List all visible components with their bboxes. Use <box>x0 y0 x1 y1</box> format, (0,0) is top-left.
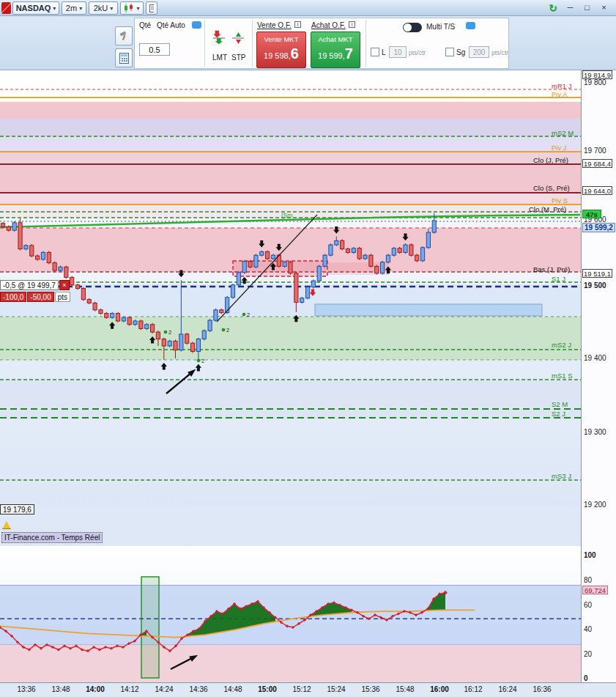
supply-zone-fill <box>327 262 389 275</box>
candle <box>162 339 166 346</box>
candle <box>7 226 10 230</box>
candle <box>190 343 194 351</box>
axis-label-plain: 19 300 <box>584 427 616 437</box>
calculator-icon <box>119 53 129 64</box>
price-axis[interactable]: 19 814,919 80019 70019 684,419 644,019 6… <box>581 70 616 682</box>
info-icon[interactable]: i <box>294 21 301 28</box>
axis-label-bold: 19 500 <box>584 281 616 290</box>
sg-checkbox[interactable] <box>445 48 454 56</box>
info-icon[interactable]: i <box>349 21 355 28</box>
axis-label-plain: 19 200 <box>584 500 616 509</box>
signal-dot <box>164 331 167 333</box>
maximize-button[interactable]: □ <box>579 2 595 14</box>
sell-price-last-digit: 6 <box>291 45 299 62</box>
buy-market-button[interactable]: Achat MKT 19 599,7 <box>311 32 360 68</box>
level-label: S1 J <box>552 275 565 283</box>
main-chart-svg[interactable]: (5m2222mR1 JPiv AmS2 MPiv JClo (J, Pré)C… <box>0 70 581 546</box>
level-label: Bas (J, Pré) <box>533 265 570 273</box>
close-button[interactable]: × <box>596 2 612 14</box>
candle <box>300 298 304 303</box>
candle <box>93 303 97 309</box>
price-band <box>0 360 581 380</box>
sg-label: Sg <box>456 48 465 56</box>
axis-label-plain: 19 400 <box>584 353 616 363</box>
candle <box>357 248 361 259</box>
candle <box>409 245 413 255</box>
left-price-badge: 19 179,6 <box>0 504 34 515</box>
chart-type-dropdown[interactable]: ▾ <box>120 1 144 15</box>
level-label: Piv A <box>552 90 568 98</box>
level-label: Clo (J, Pré) <box>533 156 568 164</box>
candle <box>111 314 114 318</box>
candle <box>271 255 275 259</box>
indicator-panel-svg[interactable] <box>0 546 581 682</box>
qty-auto-label[interactable]: Qté Auto <box>157 21 185 29</box>
candle <box>404 245 407 252</box>
refresh-icon[interactable]: ↻ <box>546 1 560 15</box>
candle <box>70 277 74 284</box>
tools-button[interactable] <box>115 26 133 45</box>
timeframe-dropdown[interactable]: 2m ▾ <box>62 1 86 15</box>
candle <box>18 223 22 249</box>
level-label: S2 J <box>552 410 565 418</box>
calculator-button[interactable] <box>115 48 133 67</box>
candle <box>133 321 137 325</box>
time-label: 16:00 <box>426 685 453 693</box>
candle <box>1 224 4 227</box>
candle <box>254 255 258 267</box>
qty-label: Qté <box>139 21 151 29</box>
candle <box>81 289 85 300</box>
stp-label[interactable]: STP <box>231 54 245 62</box>
candle <box>415 255 419 261</box>
price-band <box>0 119 581 136</box>
pnl-row: -100,0 -50,00 pts <box>0 292 70 302</box>
candle <box>87 300 91 303</box>
minimize-button[interactable]: ─ <box>563 2 578 14</box>
axis-label-pink: 69,724 <box>582 586 608 594</box>
candle <box>266 251 270 258</box>
sg-value-input[interactable] <box>469 46 489 58</box>
limit-order-icon[interactable] <box>211 30 227 46</box>
stop-order-icon[interactable] <box>230 30 246 46</box>
l-checkbox[interactable] <box>371 48 379 56</box>
neutral-band <box>0 586 581 645</box>
price-band <box>0 380 581 419</box>
page-icon <box>149 4 154 12</box>
candle <box>432 221 436 232</box>
trading-app-window: NASDAQ ▾ 2m ▾ 2kU ▾ ▾ ↻ ─ □ × <box>0 0 616 697</box>
signal-count: 2 <box>247 311 250 318</box>
level-label: Piv S <box>552 196 568 204</box>
close-position-button[interactable]: × <box>59 280 70 290</box>
sell-of-header[interactable]: Vente O.F. <box>257 21 292 29</box>
time-highlight-zone[interactable] <box>141 577 159 678</box>
candle <box>335 240 338 245</box>
time-label: 14:12 <box>116 685 143 693</box>
time-label: 15:48 <box>392 685 418 693</box>
candle <box>260 251 264 255</box>
list-tool-button[interactable] <box>146 1 157 15</box>
sell-market-button[interactable]: Vente MKT 19 598,6 <box>256 32 306 68</box>
buy-of-header[interactable]: Achat O.F. <box>311 21 346 29</box>
divider <box>204 20 205 67</box>
time-axis[interactable]: 13:3613:4814:0014:1214:2414:3614:4815:00… <box>0 682 616 697</box>
price-band <box>0 152 581 164</box>
candle <box>75 285 79 289</box>
axis-label-plain: 19 800 <box>584 78 616 87</box>
chat-bubble-icon <box>466 22 475 29</box>
qty-input[interactable] <box>139 43 170 56</box>
axis-label-current: 19 599,2 <box>582 223 615 232</box>
candle <box>305 287 309 298</box>
symbol-dropdown[interactable]: NASDAQ ▾ <box>12 1 59 15</box>
axis-label-countdown: 47s <box>582 210 601 218</box>
units-dropdown[interactable]: 2kU ▾ <box>89 1 118 15</box>
lmt-label[interactable]: LMT <box>212 54 227 62</box>
pnl-unit-badge: pts <box>55 292 70 302</box>
candle <box>420 248 424 261</box>
multi-ts-toggle[interactable] <box>403 23 422 32</box>
candle <box>179 334 183 350</box>
signal-dot <box>222 328 225 331</box>
l-value-input[interactable] <box>389 46 407 58</box>
indicator-title-label[interactable]: IT-Finance.com - Temps Réel <box>1 532 103 543</box>
candle <box>381 262 385 273</box>
axis-label-badge: 19 644,0 <box>582 186 612 195</box>
